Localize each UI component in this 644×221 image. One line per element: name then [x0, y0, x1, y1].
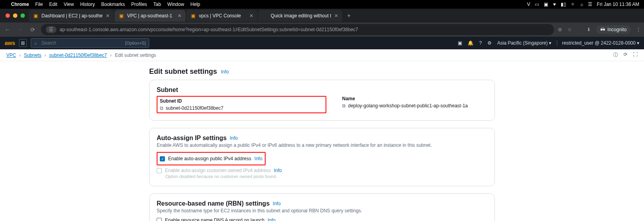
menu-history[interactable]: History: [80, 2, 95, 7]
tray-display-icon[interactable]: ▭: [535, 2, 539, 7]
menu-window[interactable]: Window: [167, 2, 184, 7]
incognito-chip[interactable]: 🕶 Incognito: [596, 25, 631, 34]
tray-wifi-icon[interactable]: ᯤ: [571, 2, 576, 7]
info-link[interactable]: Info: [273, 201, 281, 206]
tray-v-icon[interactable]: V: [527, 2, 530, 7]
tray-search-icon[interactable]: ⌕: [580, 2, 583, 7]
info-circle-icon[interactable]: ⓘ: [613, 52, 618, 58]
reload-button[interactable]: ⟳: [28, 26, 37, 33]
chevron-right-icon: ›: [19, 52, 21, 58]
subnet-id-label: Subnet ID: [160, 98, 323, 104]
account-menu[interactable]: restricted_user @ 2422-0128-0000 ▾: [557, 40, 639, 46]
site-info-chip[interactable]: ☰: [46, 26, 56, 33]
chrome-tabstrip: ▣ Dashboard | EC2 | ap-southe ✕ ▣ VPC | …: [0, 9, 644, 22]
browser-tab-image-edit[interactable]: Quick image editing without t ✕: [258, 10, 342, 22]
page-title-text: Edit subnet settings: [149, 67, 217, 76]
subnet-panel-title: Subnet: [157, 86, 487, 94]
enable-customer-owned-ipv4-checkbox: [157, 168, 162, 173]
main-content: Edit subnet settings Info Subnet Subnet …: [0, 61, 644, 221]
toolbar-actions: ⊖ ☆ ⬇ 🕶 Incognito ⋮: [558, 25, 641, 34]
breadcrumb-current: Edit subnet settings: [115, 52, 156, 58]
close-tab-icon[interactable]: ✕: [249, 13, 253, 19]
forward-button[interactable]: →: [16, 26, 24, 33]
notifications-bell-icon[interactable]: 🔔: [468, 40, 474, 46]
menu-help[interactable]: Help: [191, 2, 200, 7]
back-button[interactable]: ←: [3, 26, 12, 33]
tab-title: Quick image editing without t: [271, 13, 331, 19]
apple-favicon-icon: [262, 13, 268, 19]
address-bar[interactable]: ☰ ap-southeast-1.console.aws.amazon.com/…: [41, 24, 554, 35]
region-selector[interactable]: Asia Pacific (Singapore) ▾: [497, 40, 551, 46]
menu-view[interactable]: View: [64, 2, 74, 7]
aws-search[interactable]: ⌕ [Option+S]: [31, 38, 149, 48]
settings-gear-icon[interactable]: ⚙: [487, 40, 492, 46]
breadcrumb-vpc[interactable]: VPC: [6, 52, 16, 58]
window-zoom-button[interactable]: [21, 13, 25, 18]
auto-assign-ip-desc: Enable AWS to automatically assign a pub…: [157, 142, 487, 148]
menu-file[interactable]: File: [35, 2, 43, 7]
rbn-desc: Specify the hostname type for EC2 instan…: [157, 208, 487, 214]
info-link[interactable]: Info: [230, 135, 238, 141]
breadcrumb-subnet-id[interactable]: subnet-0d21150f0ef38bec7: [49, 52, 107, 58]
customer-owned-disabled-hint: Option disabled because no customer owne…: [165, 174, 487, 179]
new-tab-button[interactable]: +: [343, 12, 354, 19]
chrome-toolbar: ← → ⟳ ☰ ap-southeast-1.console.aws.amazo…: [0, 22, 644, 37]
menu-profiles[interactable]: Profiles: [131, 2, 147, 7]
window-controls: [2, 13, 29, 18]
info-link[interactable]: Info: [255, 156, 262, 161]
menu-bookmarks[interactable]: Bookmarks: [101, 2, 125, 7]
subnet-panel: Subnet Subnet ID ⧉ subnet-0d21150f0ef38b…: [149, 80, 495, 121]
chevron-right-icon: ›: [45, 52, 46, 58]
enable-public-ipv4-checkbox[interactable]: ✓: [160, 156, 165, 161]
mac-menubar: Chrome File Edit View History Bookmarks …: [0, 0, 644, 9]
app-name[interactable]: Chrome: [11, 2, 29, 7]
bookmark-star-icon[interactable]: ☆: [567, 27, 572, 32]
aws-logo[interactable]: aws: [5, 40, 15, 46]
aws-header-tray: ▣ 🔔 ? ⚙ Asia Pacific (Singapore) ▾ restr…: [458, 40, 639, 46]
ipv4-checkbox-highlight: ✓ Enable auto-assign public IPv4 address…: [157, 152, 266, 165]
mac-clock[interactable]: Fri Jan 10 11:36 AM: [597, 2, 639, 7]
tray-record-icon[interactable]: ▣: [544, 2, 548, 7]
search-icon: ⌕: [34, 40, 37, 46]
subnet-name-label: Name: [342, 96, 487, 101]
search-input[interactable]: [40, 40, 122, 46]
zoom-icon[interactable]: ⊖: [558, 27, 562, 32]
copy-icon[interactable]: ⧉: [342, 103, 346, 109]
tray-battery-icon[interactable]: ▮▯: [561, 2, 566, 7]
tray-heart-icon[interactable]: ♥: [553, 2, 556, 7]
close-tab-icon[interactable]: ✕: [178, 13, 182, 19]
expand-icon[interactable]: ⛶: [633, 52, 638, 58]
aws-favicon-icon: ▣: [118, 13, 124, 19]
close-tab-icon[interactable]: ✕: [106, 13, 110, 19]
window-close-button[interactable]: [6, 13, 10, 18]
info-link[interactable]: Info: [268, 217, 275, 221]
breadcrumb-subnets[interactable]: Subnets: [24, 52, 41, 58]
menu-edit[interactable]: Edit: [49, 2, 58, 7]
subnet-id-value: subnet-0d21150f0ef38bec7: [166, 105, 223, 111]
info-link[interactable]: Info: [274, 168, 282, 173]
more-dots-icon[interactable]: ⋮: [636, 27, 641, 32]
menu-tab[interactable]: Tab: [154, 2, 161, 7]
tray-control-center-icon[interactable]: ☰: [588, 2, 592, 7]
services-menu-icon[interactable]: ⊞: [19, 39, 27, 47]
browser-tab-vpc[interactable]: ▣ VPC | ap-southeast-1 ✕: [114, 10, 185, 22]
enable-public-ipv4-label: Enable auto-assign public IPv4 address: [168, 156, 251, 161]
window-minimize-button[interactable]: [13, 13, 17, 18]
page-tools: ⓘ ⟳ ⛶: [613, 52, 638, 58]
copy-icon[interactable]: ⧉: [160, 105, 163, 111]
refresh-icon[interactable]: ⟳: [623, 52, 627, 58]
info-link[interactable]: Info: [221, 69, 229, 75]
enable-dns-a-record-label: Enable resource name DNS A record on lau…: [165, 217, 264, 221]
enable-customer-owned-ipv4-label: Enable auto-assign customer-owned IPv4 a…: [165, 168, 271, 173]
download-icon[interactable]: ⬇: [587, 27, 591, 32]
breadcrumb: VPC › Subnets › subnet-0d21150f0ef38bec7…: [0, 49, 644, 61]
tune-icon: ☰: [49, 27, 53, 32]
help-icon[interactable]: ?: [479, 40, 482, 46]
cloudshell-icon[interactable]: ▣: [458, 40, 462, 46]
enable-dns-a-record-checkbox[interactable]: [157, 218, 162, 221]
browser-tab-vpcs-console[interactable]: ▣ vpcs | VPC Console ✕: [186, 10, 257, 22]
browser-tab-ec2[interactable]: ▣ Dashboard | EC2 | ap-southe ✕: [29, 10, 114, 22]
chevron-right-icon: ›: [110, 52, 112, 58]
close-tab-icon[interactable]: ✕: [334, 13, 338, 19]
tab-title: vpcs | VPC Console: [199, 13, 241, 19]
